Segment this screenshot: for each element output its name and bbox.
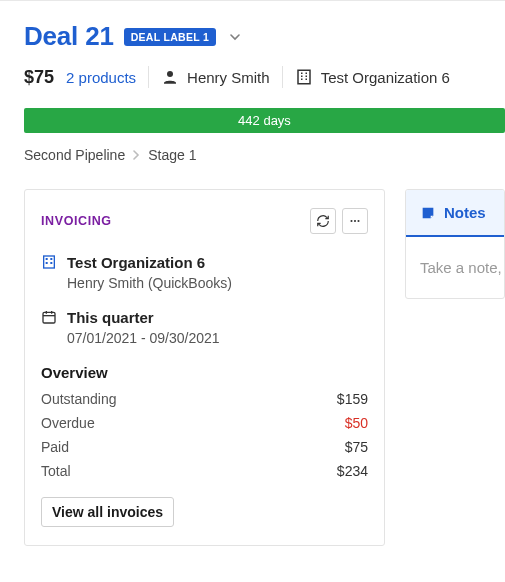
svg-rect-14 [46, 262, 48, 264]
calendar-icon [41, 309, 57, 325]
overview-value: $50 [345, 415, 368, 431]
overview-label: Overdue [41, 415, 95, 431]
overview-value: $159 [337, 391, 368, 407]
deal-title[interactable]: Deal 21 [24, 21, 114, 52]
notes-panel: Notes Take a note, @ [405, 189, 505, 299]
tab-notes[interactable]: Notes [406, 190, 504, 237]
svg-rect-11 [44, 256, 55, 268]
notes-input[interactable]: Take a note, @ [406, 237, 504, 298]
person-name: Henry Smith [187, 69, 270, 86]
overview-value: $234 [337, 463, 368, 479]
person-icon [161, 68, 179, 86]
svg-rect-1 [298, 70, 310, 84]
chevron-right-icon [133, 147, 140, 163]
overview-value: $75 [345, 439, 368, 455]
overview-heading: Overview [25, 346, 384, 387]
breadcrumb-pipeline[interactable]: Second Pipeline [24, 147, 125, 163]
more-button[interactable] [342, 208, 368, 234]
svg-rect-15 [50, 262, 52, 264]
period-range: 07/01/2021 - 09/30/2021 [67, 330, 368, 346]
person-chip[interactable]: Henry Smith [161, 68, 270, 86]
svg-point-10 [357, 220, 359, 222]
overview-row-paid: Paid $75 [25, 435, 384, 459]
divider [148, 66, 149, 88]
refresh-button[interactable] [310, 208, 336, 234]
svg-point-9 [354, 220, 356, 222]
products-link[interactable]: 2 products [66, 69, 136, 86]
view-all-invoices-button[interactable]: View all invoices [41, 497, 174, 527]
deal-amount: $75 [24, 67, 54, 88]
overview-label: Outstanding [41, 391, 117, 407]
svg-rect-16 [43, 312, 55, 323]
org-name: Test Organization 6 [321, 69, 450, 86]
note-icon [420, 205, 436, 221]
building-icon [295, 68, 313, 86]
overview-row-total: Total $234 [25, 459, 384, 483]
invoicing-org-name: Test Organization 6 [67, 254, 205, 271]
overview-label: Paid [41, 439, 69, 455]
chevron-down-icon[interactable] [230, 30, 240, 44]
deal-label-badge[interactable]: DEAL LABEL 1 [124, 28, 216, 46]
overview-row-overdue: Overdue $50 [25, 411, 384, 435]
card-title: INVOICING [41, 214, 112, 228]
period-label: This quarter [67, 309, 154, 326]
building-icon [41, 254, 57, 270]
days-in-stage-bar[interactable]: 442 days [24, 108, 505, 133]
org-chip[interactable]: Test Organization 6 [295, 68, 450, 86]
breadcrumb: Second Pipeline Stage 1 [24, 133, 505, 189]
svg-point-8 [350, 220, 352, 222]
invoicing-card: INVOICING Test Organization 6 [24, 189, 385, 546]
tab-notes-label: Notes [444, 204, 486, 221]
divider [282, 66, 283, 88]
svg-rect-12 [46, 258, 48, 260]
svg-rect-13 [50, 258, 52, 260]
invoicing-person-line: Henry Smith (QuickBooks) [67, 275, 368, 291]
svg-point-0 [167, 71, 173, 77]
overview-label: Total [41, 463, 71, 479]
overview-row-outstanding: Outstanding $159 [25, 387, 384, 411]
breadcrumb-stage[interactable]: Stage 1 [148, 147, 196, 163]
